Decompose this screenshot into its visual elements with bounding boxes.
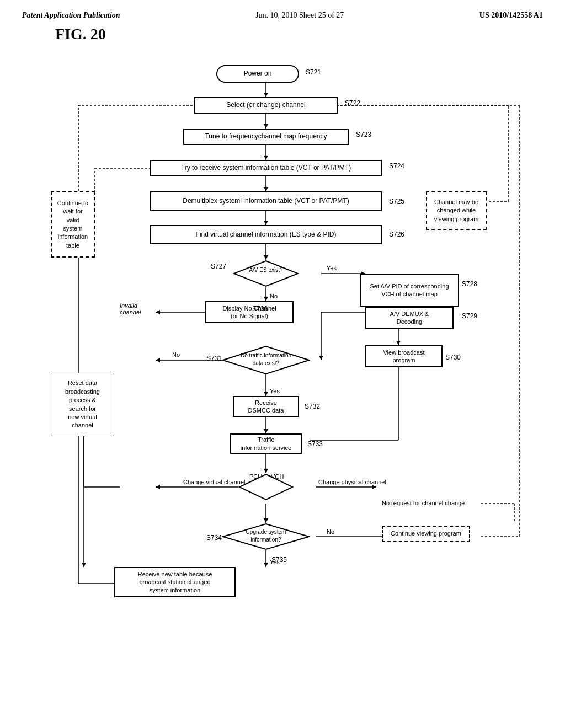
receive-new-table-box: Receive new table because broadcast stat… [114,567,236,597]
continue-viewing-box: Continue viewing program [382,526,470,542]
s735-label: S735 [271,556,287,564]
svg-marker-82 [239,474,292,500]
s727-label: S727 [211,263,226,270]
select-channel-box: Select (or change) channel [194,97,338,114]
svg-marker-67 [82,563,86,567]
svg-marker-26 [156,358,160,362]
s722-label: S722 [345,99,360,107]
header-right: US 2010/142558 A1 [479,11,543,20]
power-on-box: Power on [216,65,299,83]
page: Patent Application Publication Jun. 10, … [0,0,565,728]
header: Patent Application Publication Jun. 10, … [22,11,543,20]
s721-label: S721 [306,68,321,76]
receive-dsmcc-box: Receive DSMCC data [233,396,299,417]
s728-label: S728 [462,280,477,288]
s736-label: S736 [252,305,268,313]
demultiplex-box: Demultiplex systeml information table (V… [150,191,382,211]
reset-data-box: Reset data broadcasting process & search… [51,373,114,436]
svg-text:data exist?: data exist? [253,360,280,366]
traffic-info-box: Traffic information service [230,433,302,454]
pch-vch-diamond [238,473,294,501]
s730-label: S730 [445,354,461,361]
set-av-pid-box: Set A/V PID of corresponding VCH of chan… [360,274,459,307]
svg-text:A/V ES exist?: A/V ES exist? [249,267,283,273]
svg-text:Change physical channel: Change physical channel [318,479,386,485]
svg-text:No: No [172,351,180,358]
svg-marker-3 [264,124,268,129]
diagram-container: Yes No Yes No [34,54,531,677]
svg-text:Change virtual channel: Change virtual channel [183,479,246,485]
channel-may-be-box: Channel may be changed while viewing pro… [426,191,487,230]
svg-text:Upgrade system: Upgrade system [246,529,286,535]
s734-label: S734 [206,534,222,542]
s724-label: S724 [389,162,404,170]
svg-marker-73 [156,310,160,314]
svg-marker-11 [264,255,268,260]
svg-marker-43 [264,518,268,523]
svg-marker-9 [264,221,268,225]
svg-text:Do traffic information: Do traffic information [241,352,291,358]
fig-label: FIG. 20 [55,25,543,43]
s732-label: S732 [305,403,320,410]
s726-label: S726 [389,231,404,238]
svg-text:No: No [327,528,334,535]
svg-marker-7 [264,187,268,191]
svg-marker-21 [396,341,401,345]
svg-marker-5 [264,156,268,160]
svg-text:No: No [270,293,278,299]
svg-marker-1 [264,93,268,97]
no-request-label: No request for channel change [382,500,465,506]
svg-marker-33 [264,469,268,473]
svg-marker-16 [264,297,268,301]
svg-text:Yes: Yes [270,388,280,394]
svg-marker-38 [372,485,376,489]
svg-marker-45 [264,563,268,567]
av-es-diamond: A/V ES exist? [233,260,299,287]
av-demux-box: A/V DEMUX & Decoding [365,307,454,329]
s733-label: S733 [307,440,323,448]
find-virtual-box: Find virtual channel information (ES typ… [150,225,382,244]
svg-marker-29 [264,429,268,433]
svg-marker-76 [319,356,323,360]
svg-marker-77 [234,261,298,286]
do-traffic-diamond: Do traffic information data exist? [222,345,310,375]
s731-label: S731 [206,355,222,362]
s725-label: S725 [389,197,404,205]
try-receive-box: Try to receive system information table … [150,160,382,176]
upgrade-system-diamond: Upgrade system information? [222,523,310,550]
invalid-channel-label: Invalid channel [120,302,141,315]
s723-label: S723 [356,131,371,138]
header-center: Jun. 10, 2010 Sheet 25 of 27 [255,11,344,20]
continue-to-wait-box: Continue to wait for valid system inform… [51,191,95,258]
display-no-channel-box: Display No Channel (or No Signal) [205,301,294,323]
svg-text:Yes: Yes [327,265,337,271]
svg-marker-35 [156,485,160,489]
svg-marker-23 [264,392,268,396]
header-left: Patent Application Publication [22,11,120,20]
tune-freq-box: Tune to frequencychannel map frequency [183,129,349,145]
view-broadcast-box: View broadcast program [365,345,443,367]
svg-text:information?: information? [250,537,281,543]
s729-label: S729 [462,312,477,320]
